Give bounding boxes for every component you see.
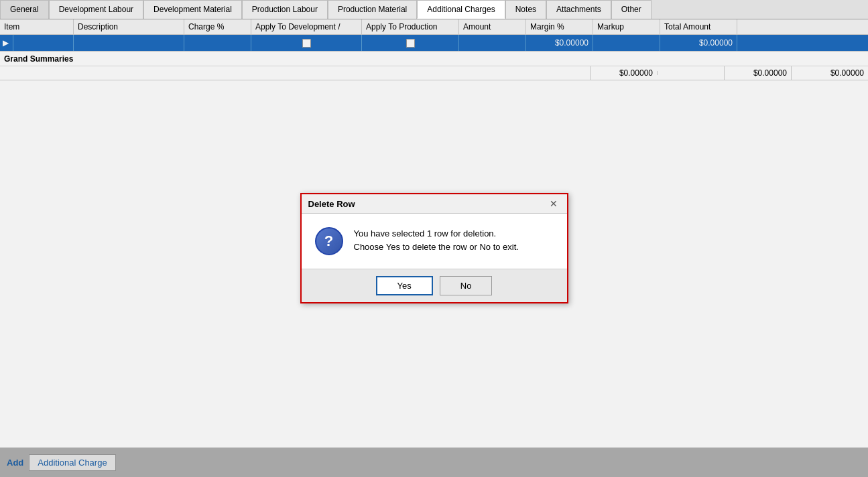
yes-button[interactable]: Yes [376, 276, 433, 295]
dialog-titlebar: Delete Row ✕ [302, 194, 567, 214]
tab-dev-labour[interactable]: Development Labour [49, 0, 143, 19]
modal-overlay: Delete Row ✕ ? You have selected 1 row f… [0, 19, 868, 477]
delete-row-dialog: Delete Row ✕ ? You have selected 1 row f… [300, 193, 568, 303]
tab-other[interactable]: Other [611, 0, 652, 19]
no-button[interactable]: No [440, 276, 493, 295]
main-content: Item Description Charge % Apply To Devel… [0, 19, 868, 477]
tab-attachments[interactable]: Attachments [546, 0, 611, 19]
tab-add-charges[interactable]: Additional Charges [417, 0, 505, 19]
tab-dev-material[interactable]: Development Material [143, 0, 242, 19]
dialog-message-line2: Choose Yes to delete the row or No to ex… [354, 241, 519, 254]
dialog-title: Delete Row [308, 199, 355, 209]
dialog-close-button[interactable]: ✕ [547, 198, 560, 209]
dialog-footer: Yes No [302, 269, 567, 302]
dialog-body: ? You have selected 1 row for deletion. … [302, 214, 567, 262]
tab-notes[interactable]: Notes [505, 0, 546, 19]
tab-prod-labour[interactable]: Production Labour [242, 0, 328, 19]
tab-prod-material[interactable]: Production Material [328, 0, 417, 19]
question-icon: ? [315, 227, 343, 255]
tab-general[interactable]: General [0, 0, 49, 19]
tab-bar: General Development Labour Development M… [0, 0, 868, 19]
dialog-message-line1: You have selected 1 row for deletion. [354, 227, 519, 241]
dialog-message: You have selected 1 row for deletion. Ch… [354, 227, 519, 253]
